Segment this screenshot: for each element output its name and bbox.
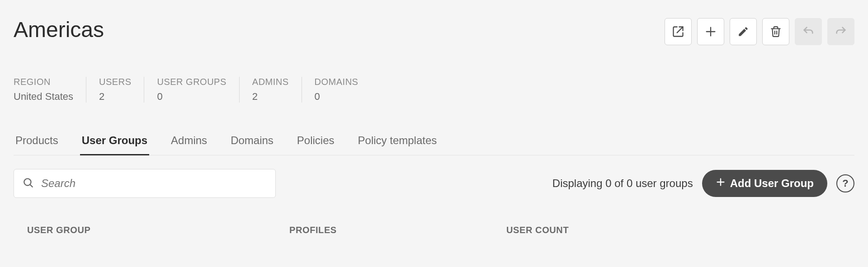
tab-domains[interactable]: Domains: [229, 130, 275, 155]
page-title: Americas: [14, 18, 104, 42]
stat-label: USERS: [99, 77, 131, 87]
export-icon: [672, 25, 684, 38]
tab-policies[interactable]: Policies: [295, 130, 336, 155]
edit-button[interactable]: [730, 18, 757, 45]
stat-value: 0: [315, 91, 359, 103]
stat-label: ADMINS: [252, 77, 289, 87]
column-user-group: USER GROUP: [27, 225, 289, 235]
undo-button: [795, 18, 822, 45]
plus-icon: [716, 177, 726, 190]
pencil-icon: [737, 26, 749, 37]
column-user-count: USER COUNT: [506, 225, 854, 235]
tab-policy-templates[interactable]: Policy templates: [356, 130, 439, 155]
column-profiles: PROFILES: [289, 225, 506, 235]
trash-icon: [770, 26, 782, 37]
search-icon: [22, 177, 34, 190]
add-user-group-button[interactable]: Add User Group: [702, 170, 827, 197]
export-button[interactable]: [665, 18, 692, 45]
undo-icon: [802, 25, 815, 38]
stat-label: DOMAINS: [315, 77, 359, 87]
svg-line-3: [30, 185, 33, 187]
add-button[interactable]: [697, 18, 724, 45]
stats-row: REGION United States USERS 2 USER GROUPS…: [14, 77, 854, 103]
stat-value: 2: [99, 91, 131, 103]
search-box[interactable]: [14, 169, 276, 198]
stat-label: REGION: [14, 77, 73, 87]
plus-icon: [704, 25, 717, 38]
stat-value: 2: [252, 91, 289, 103]
table-header: USER GROUP PROFILES USER COUNT: [14, 225, 854, 235]
help-icon: ?: [842, 178, 848, 189]
tabs: Products User Groups Admins Domains Poli…: [14, 130, 854, 155]
stat-admins: ADMINS 2: [252, 77, 302, 103]
add-user-group-label: Add User Group: [730, 177, 814, 190]
stat-value: United States: [14, 91, 73, 103]
stat-user-groups: USER GROUPS 0: [157, 77, 239, 103]
delete-button[interactable]: [762, 18, 789, 45]
stat-value: 0: [157, 91, 226, 103]
help-button[interactable]: ?: [836, 174, 854, 192]
stat-region: REGION United States: [14, 77, 86, 103]
redo-icon: [835, 25, 847, 38]
result-count-text: Displaying 0 of 0 user groups: [552, 177, 693, 190]
tab-user-groups[interactable]: User Groups: [80, 130, 149, 155]
stat-domains: DOMAINS 0: [315, 77, 359, 103]
tab-products[interactable]: Products: [14, 130, 60, 155]
stat-label: USER GROUPS: [157, 77, 226, 87]
tab-admins[interactable]: Admins: [169, 130, 209, 155]
toolbar: [665, 18, 854, 45]
redo-button: [827, 18, 854, 45]
stat-users: USERS 2: [99, 77, 144, 103]
search-input[interactable]: [40, 177, 267, 190]
